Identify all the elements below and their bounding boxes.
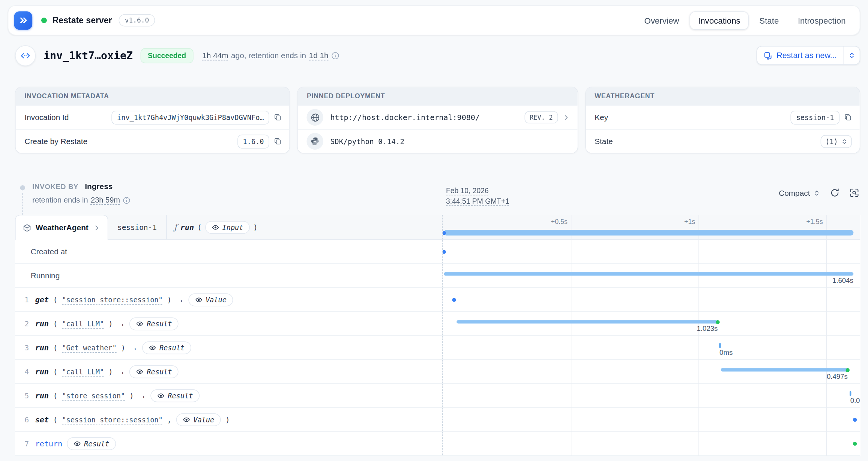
code-punc: , (167, 415, 172, 423)
result-pill[interactable]: Result (67, 437, 116, 450)
lifecycle-row: Created at (15, 240, 860, 264)
code-punc: ) (129, 391, 134, 399)
journal-entry-row[interactable]: 4run("call LLM")→Result0.497s (15, 360, 860, 384)
invocation-header: inv_1kt7…oxieZ Succeeded 1h 44m ago, ret… (15, 43, 860, 68)
result-pill[interactable]: Result (129, 365, 179, 378)
version-badge: v1.6.0 (119, 14, 155, 27)
event-dot (442, 231, 446, 234)
view-mode-label: Compact (779, 188, 810, 197)
service-tab[interactable]: WeatherAgent (15, 215, 108, 240)
timeline-tick (719, 343, 721, 348)
timeline-controls: Compact (779, 188, 859, 197)
created-by-row: Create by Restate 1.6.0 (16, 129, 290, 153)
journal-entry-row[interactable]: 2run("call LLM")→Result1.023s (15, 312, 860, 336)
code-punc: ) (108, 367, 113, 375)
service-icon (23, 224, 31, 232)
journal-entry-row[interactable]: 7returnResult (15, 432, 860, 456)
result-pill[interactable]: Result (129, 317, 179, 330)
eye-icon (195, 296, 202, 303)
code-arg: "Get weather" (62, 343, 116, 351)
trace-body: Created atRunning1.604s1get("session_sto… (15, 240, 860, 456)
entry-index: 4 (23, 367, 31, 375)
refresh-button[interactable] (830, 188, 839, 197)
copy-icon[interactable] (844, 113, 852, 121)
eye-icon (136, 320, 143, 327)
code-punc: ) (121, 343, 126, 351)
entry-index: 5 (23, 391, 31, 399)
result-pill[interactable]: Result (142, 341, 191, 354)
entry-keyword: get (35, 295, 49, 304)
entry-index: 6 (23, 415, 31, 423)
info-icon[interactable] (123, 196, 131, 204)
input-pill[interactable]: Input (205, 221, 250, 233)
timeline-start-timestamp: Feb 10, 2026 3:44:51 PM GMT+1 (446, 185, 509, 206)
server-status-dot (41, 18, 47, 23)
timeline-cell (442, 432, 860, 455)
function-icon: ƒ (174, 223, 177, 232)
code-punc: ( (53, 415, 58, 423)
timeline-cell: 1.023s (442, 312, 860, 335)
value-pill[interactable]: Value (176, 413, 221, 426)
deployment-endpoint-row[interactable]: http://host.docker.internal:9080/ REV. 2 (298, 105, 577, 129)
view-mode-select[interactable]: Compact (779, 188, 820, 197)
journal-entry-row[interactable]: 1get("session_store::session")→Value (15, 288, 860, 312)
timeline-cell: 0.0 (442, 384, 860, 407)
eye-icon (212, 224, 219, 231)
journal-entry-row[interactable]: 5run("store session")→Result0.0 (15, 384, 860, 408)
timeline-cell: 1.604s (442, 264, 860, 287)
nav-tab-overview[interactable]: Overview (636, 11, 687, 30)
result-pill[interactable]: Result (150, 389, 200, 402)
eye-icon (183, 416, 190, 423)
lifecycle-label: Created at (15, 247, 67, 256)
timeline-header-cell (442, 215, 860, 239)
paren-open: ( (197, 223, 202, 231)
pill-label: Value (206, 296, 227, 304)
paren-close: ) (253, 223, 258, 231)
entry-index: 7 (23, 439, 31, 447)
journal-entry-row[interactable]: 3run("Get weather")→Result0ms (15, 336, 860, 360)
info-icon[interactable] (331, 51, 339, 60)
trace-panel: WeatherAgent session-1 ƒ run ( Input ) (15, 215, 860, 456)
timeline-bar (444, 272, 853, 276)
code-punc: ) (167, 296, 172, 304)
state-expander[interactable]: (1) (821, 135, 852, 148)
success-dot (853, 442, 857, 446)
code-arrow: → (176, 295, 184, 304)
entry-keyword: run (35, 343, 49, 352)
code-arg: "session_store::session" (62, 296, 162, 304)
trace-header-left: WeatherAgent session-1 ƒ run ( Input ) (15, 215, 442, 239)
nav-tab-introspection[interactable]: Introspection (790, 11, 854, 30)
invocation-key: session-1 (108, 215, 167, 239)
start-time: 3:44:51 PM GMT+1 (446, 197, 509, 205)
pill-label: Result (147, 367, 172, 375)
value-pill[interactable]: Value (188, 293, 233, 306)
retention-prefix: retention ends in (32, 196, 88, 204)
restart-options-caret[interactable] (844, 47, 860, 65)
refresh-icon (830, 188, 839, 197)
code-arg: "call LLM" (62, 319, 104, 327)
entry-keyword: return (35, 439, 62, 448)
zoom-to-fit-button[interactable] (850, 188, 859, 197)
nav-tab-invocations[interactable]: Invocations (690, 11, 749, 30)
key-value: session-1 (791, 110, 839, 124)
trace-header: WeatherAgent session-1 ƒ run ( Input ) (15, 215, 860, 240)
pill-label: Result (84, 439, 109, 447)
timeline-bar (444, 230, 853, 236)
timeline-cell (442, 408, 860, 431)
row-label: Invocation Id (24, 113, 69, 122)
timeline-bar (721, 368, 848, 372)
code-punc: ( (53, 367, 58, 375)
code-arrow: → (138, 391, 146, 400)
journal-entry-row[interactable]: 6set("session_store::session",Value) (15, 408, 860, 432)
copy-icon[interactable] (274, 113, 282, 121)
restart-as-new-button[interactable]: Restart as new... (757, 46, 860, 65)
nav-tab-state[interactable]: State (751, 11, 787, 30)
duration-label: 0ms (719, 348, 733, 356)
code-punc: ( (53, 391, 58, 399)
restart-icon (764, 51, 772, 60)
main-nav: Overview Invocations State Introspection (636, 11, 854, 30)
invoked-by-section: INVOKED BY Ingress retention ends in 23h… (15, 179, 860, 215)
chevron-right-icon[interactable] (562, 114, 569, 121)
success-dot (716, 320, 719, 324)
copy-icon[interactable] (274, 137, 282, 145)
